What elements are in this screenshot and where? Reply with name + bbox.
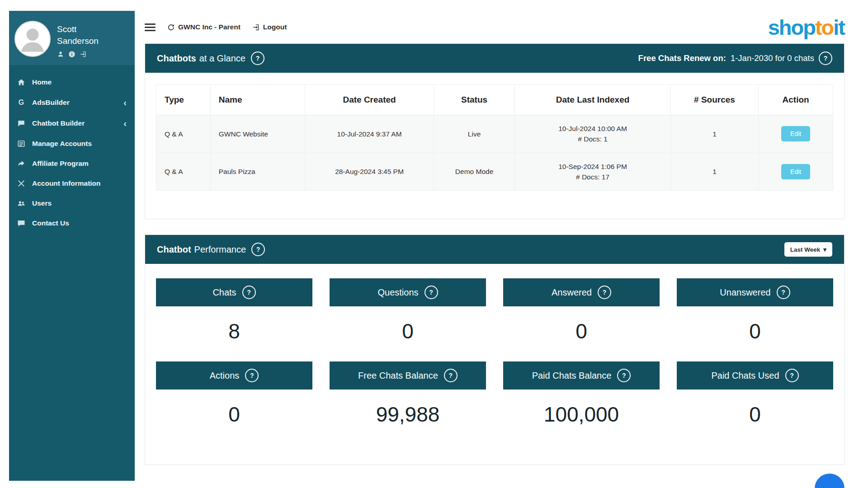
help-icon[interactable]: ?	[617, 369, 631, 382]
share-arrow-icon	[17, 160, 25, 168]
help-icon[interactable]: ?	[444, 369, 458, 382]
sidebar-item-label: Contact Us	[32, 219, 69, 227]
cell-date-last-indexed: 10-Jul-2024 10:00 AM # Docs: 1	[515, 115, 670, 153]
help-icon[interactable]: ?	[251, 243, 265, 256]
edit-button[interactable]: Edit	[781, 164, 810, 179]
cell-type: Q & A	[156, 153, 211, 191]
info-icon[interactable]	[68, 51, 75, 58]
topbar: GWNC Inc - Parent Logout shoptoit	[145, 11, 844, 43]
stat-value: 0	[677, 389, 833, 445]
col-header-status: Status	[434, 85, 515, 115]
sidebar-item-users[interactable]: Users	[9, 193, 135, 213]
sidebar-item-label: Chatbot Builder	[32, 119, 85, 127]
account-name: GWNC Inc - Parent	[178, 23, 241, 31]
stat-value: 0	[156, 389, 312, 445]
stat-header: Answered ?	[503, 278, 660, 306]
stat-header: Chats ?	[156, 278, 312, 306]
sidebar-item-label: Account Information	[32, 179, 101, 188]
stat-header: Questions ?	[330, 278, 486, 306]
sidebar-item-adsbuilder[interactable]: G AdsBuilder ‹	[9, 92, 135, 113]
stat-label: Unanswered	[720, 287, 770, 298]
cell-date-last-indexed: 10-Sep-2024 1:06 PM # Docs: 17	[515, 153, 670, 191]
col-header-name: Name	[210, 85, 305, 115]
g-icon: G	[17, 99, 25, 107]
refresh-icon	[167, 23, 175, 31]
cell-sources: 1	[670, 115, 759, 153]
profile-info: Scott Sanderson	[57, 21, 99, 58]
stat-label: Paid Chats Balance	[532, 371, 612, 381]
sidebar-item-affiliate-program[interactable]: Affiliate Program	[9, 154, 135, 174]
chatbot-performance-panel: Chatbot Performance ? Last Week ▾ Chats …	[145, 235, 844, 465]
cell-name: GWNC Website	[210, 115, 305, 153]
glance-panel-title: Chatbots at a Glance	[157, 53, 245, 64]
stat-value: 0	[677, 306, 833, 361]
chevron-left-icon: ‹	[123, 98, 127, 107]
help-icon[interactable]: ?	[425, 286, 438, 299]
sidebar-item-account-information[interactable]: Account Information	[9, 174, 135, 193]
chevron-left-icon: ‹	[123, 119, 127, 128]
performance-panel-title: Chatbot Performance	[157, 244, 246, 255]
stat-label: Questions	[377, 287, 418, 298]
logout-button[interactable]: Logout	[252, 23, 287, 31]
performance-panel-body: Chats ? 8 Questions ? 0 Answered ?	[145, 264, 844, 465]
home-icon	[17, 78, 25, 86]
profile-icon[interactable]	[57, 51, 64, 58]
help-icon[interactable]: ?	[251, 52, 264, 65]
profile-block: Scott Sanderson	[9, 11, 135, 65]
sidebar-item-label: Manage Accounts	[32, 140, 92, 148]
help-icon[interactable]: ?	[242, 286, 256, 299]
stat-value: 8	[156, 306, 312, 361]
logo-part-shop: shop	[768, 15, 815, 39]
menu-icon[interactable]	[145, 21, 156, 34]
stat-header: Free Chats Balance ?	[330, 361, 486, 389]
sidebar-item-contact-us[interactable]: Contact Us	[9, 213, 135, 233]
edit-button[interactable]: Edit	[781, 126, 810, 141]
help-icon[interactable]: ?	[598, 286, 611, 299]
sidebar-menu: Home G AdsBuilder ‹ Chatbot Builder ‹ Ma…	[9, 65, 135, 240]
shoptoit-logo[interactable]: shoptoit	[768, 17, 844, 38]
sidebar-item-manage-accounts[interactable]: Manage Accounts	[9, 134, 135, 154]
cell-type: Q & A	[156, 115, 211, 153]
date-range-dropdown[interactable]: Last Week ▾	[784, 242, 832, 257]
account-switcher[interactable]: GWNC Inc - Parent	[167, 23, 241, 31]
help-icon[interactable]: ?	[245, 369, 259, 382]
help-icon[interactable]: ?	[785, 369, 799, 382]
cell-sources: 1	[670, 153, 759, 191]
user-first-name: Scott	[57, 23, 99, 35]
stat-header: Paid Chats Balance ?	[503, 361, 660, 389]
logout-icon[interactable]	[80, 51, 87, 58]
help-icon[interactable]: ?	[777, 286, 790, 299]
help-icon[interactable]: ?	[819, 52, 832, 65]
indexed-docs: # Docs: 17	[521, 172, 664, 182]
table-header-row: Type Name Date Created Status Date Last …	[156, 85, 833, 115]
logo-part-it: it	[833, 15, 844, 39]
glance-panel-body: Type Name Date Created Status Date Last …	[145, 73, 844, 219]
chat-bubble-icon	[17, 119, 25, 127]
col-header-date-last-indexed: Date Last Indexed	[515, 85, 670, 115]
sidebar-item-chatbot-builder[interactable]: Chatbot Builder ‹	[9, 113, 135, 134]
indexed-docs: # Docs: 1	[521, 134, 664, 144]
stat-label: Paid Chats Used	[711, 371, 779, 381]
sidebar-item-label: Home	[32, 78, 52, 86]
stat-paid-chats-balance: Paid Chats Balance ? 100,000	[503, 361, 660, 445]
performance-panel-header: Chatbot Performance ? Last Week ▾	[145, 235, 844, 264]
stat-paid-chats-used: Paid Chats Used ? 0	[677, 361, 833, 445]
sidebar-item-home[interactable]: Home	[9, 72, 135, 92]
stat-label: Answered	[552, 287, 592, 298]
col-header-date-created: Date Created	[305, 85, 434, 115]
stat-value: 0	[503, 306, 660, 361]
stat-chats: Chats ? 8	[156, 278, 312, 361]
users-icon	[17, 199, 25, 207]
renew-label: Free Chats Renew on:	[638, 53, 726, 63]
stat-label: Chats	[212, 287, 236, 298]
performance-title-bold: Chatbot	[157, 244, 191, 255]
main-content: GWNC Inc - Parent Logout shoptoit Chatbo…	[135, 11, 868, 488]
col-header-action: Action	[759, 85, 833, 115]
stat-value: 0	[330, 306, 486, 361]
stat-label: Free Chats Balance	[358, 371, 438, 381]
sidebar-item-label: Users	[32, 199, 52, 207]
table-row: Q & A GWNC Website 10-Jul-2024 9:37 AM L…	[156, 115, 833, 153]
caret-down-icon: ▾	[823, 246, 826, 253]
col-header-type: Type	[156, 85, 211, 115]
comment-icon	[17, 219, 25, 227]
